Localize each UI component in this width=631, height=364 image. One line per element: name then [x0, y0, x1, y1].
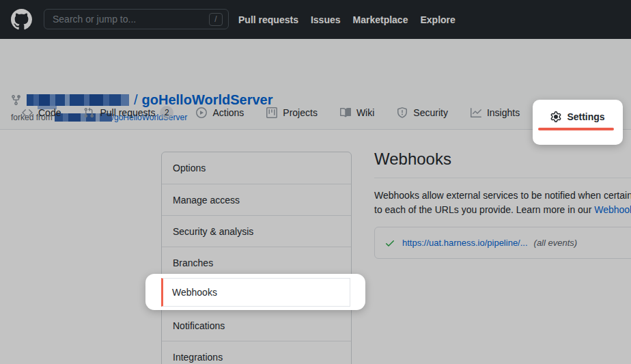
book-icon [340, 107, 351, 118]
tab-label: Projects [283, 107, 318, 118]
webhooks-guide-link[interactable]: Webhooks Guide. [594, 204, 631, 215]
webhook-events-note: (all events) [534, 238, 578, 248]
tab-code[interactable]: Code [22, 107, 61, 118]
github-repo-settings-page: / Pull requests Issues Marketplace Explo… [0, 0, 631, 364]
webhooks-description: Webhooks allow external services to be n… [374, 188, 631, 217]
settings-sidebar: Options Manage access Security & analysi… [161, 152, 352, 364]
git-pull-request-icon [83, 107, 94, 118]
project-board-icon [266, 107, 277, 118]
tab-label: Settings [567, 111, 604, 122]
description-line-2-text: to each of the URLs you provide. Learn m… [374, 204, 594, 215]
search-input[interactable] [44, 10, 209, 29]
sidebar-item-webhooks-active[interactable]: Webhooks [161, 278, 350, 307]
graph-icon [471, 107, 481, 118]
tab-projects[interactable]: Projects [266, 107, 318, 118]
sidebar-item-integrations[interactable]: Integrations [162, 341, 351, 364]
sidebar-item-options[interactable]: Options [162, 152, 351, 184]
active-tab-underline [538, 128, 614, 130]
play-circle-icon [196, 107, 207, 118]
webhook-list-item: https://uat.harness.io/pipeline/... (all… [374, 227, 631, 259]
tab-label: Actions [212, 107, 244, 118]
pull-requests-count-badge: 2 [160, 106, 173, 120]
webhook-url-link[interactable]: https://uat.harness.io/pipeline/... [402, 238, 528, 248]
top-header: / Pull requests Issues Marketplace Explo… [0, 0, 631, 39]
github-logo-icon[interactable] [11, 9, 32, 30]
tab-label: Security [413, 107, 448, 118]
tab-pull-requests[interactable]: Pull requests 2 [83, 106, 173, 120]
settings-content: Options Manage access Security & analysi… [0, 130, 631, 364]
nav-marketplace[interactable]: Marketplace [353, 14, 408, 25]
webhooks-item-spotlight: Webhooks [145, 274, 365, 310]
sidebar-item-notifications[interactable]: Notifications [162, 309, 351, 341]
tab-wiki[interactable]: Wiki [340, 107, 374, 118]
search-box: / [44, 9, 229, 29]
settings-tab-spotlight: Settings [533, 100, 623, 145]
slash-shortcut-key: / [209, 13, 223, 26]
nav-issues[interactable]: Issues [311, 14, 341, 25]
shield-icon [397, 107, 408, 118]
webhooks-panel: Webhooks Webhooks allow external service… [374, 130, 631, 259]
gear-icon [550, 111, 561, 122]
header-nav: Pull requests Issues Marketplace Explore [238, 0, 455, 39]
tab-label: Wiki [356, 107, 374, 118]
tab-label: Code [38, 107, 61, 118]
code-icon [22, 107, 33, 118]
tab-settings[interactable]: Settings [533, 103, 623, 130]
tab-label: Pull requests [100, 107, 155, 118]
page-title: Webhooks [374, 150, 631, 178]
check-icon [384, 238, 395, 249]
description-line-2: to each of the URLs you provide. Learn m… [374, 203, 631, 217]
tab-insights[interactable]: Insights [471, 107, 520, 118]
sidebar-item-security-analysis[interactable]: Security & analysis [162, 215, 351, 247]
tab-security[interactable]: Security [397, 107, 448, 118]
nav-pull-requests[interactable]: Pull requests [238, 14, 298, 25]
description-line-1: Webhooks allow external services to be n… [374, 188, 631, 203]
nav-explore[interactable]: Explore [420, 14, 455, 25]
tab-label: Insights [487, 107, 520, 118]
tab-actions[interactable]: Actions [196, 107, 244, 118]
sidebar-item-manage-access[interactable]: Manage access [162, 184, 351, 215]
